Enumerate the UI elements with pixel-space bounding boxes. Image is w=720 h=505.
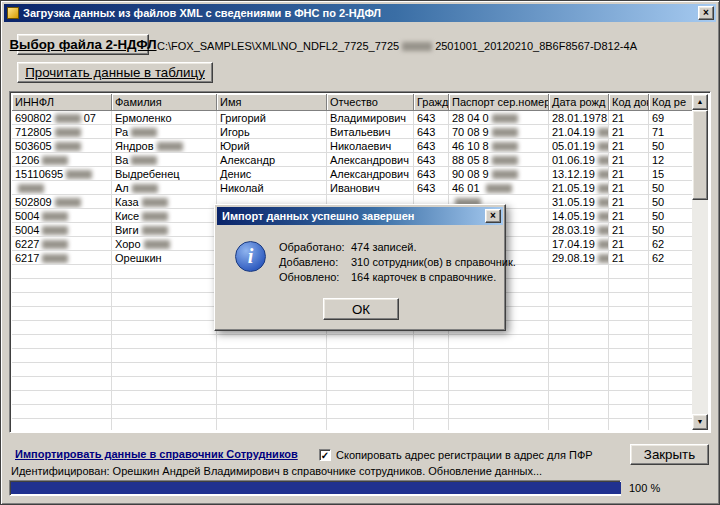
table-cell: 21 <box>609 195 649 209</box>
table-row[interactable]: 503605ЯндровЮрийНиколаевич64346 10 805.0… <box>12 139 692 153</box>
scrollbar-track[interactable] <box>692 200 708 414</box>
table-cell: 21 <box>609 181 649 195</box>
table-cell: 643 <box>414 111 449 125</box>
table-cell: 12 <box>649 153 692 167</box>
column-header[interactable]: ИННФЛ <box>12 94 112 111</box>
table-cell: 69080207 <box>12 111 112 125</box>
table-cell: 05.01.19 <box>549 139 609 153</box>
table-cell <box>549 349 609 363</box>
table-cell: Григорий <box>217 111 327 125</box>
table-cell <box>12 321 112 335</box>
dialog-close-icon[interactable]: × <box>485 209 501 223</box>
table-cell: Витальевич <box>327 125 414 139</box>
table-cell <box>414 419 449 430</box>
table-cell <box>609 265 649 279</box>
table-row[interactable] <box>12 363 692 377</box>
table-cell <box>12 335 112 349</box>
table-cell <box>414 349 449 363</box>
column-header[interactable]: Паспорт сер.номер <box>449 94 549 111</box>
table-cell: Кисе <box>112 209 217 223</box>
table-cell: 46 10 8 <box>449 139 549 153</box>
table-cell: Денис <box>217 167 327 181</box>
copy-address-checkbox-label: Скопировать адрес регистрации в адрес дл… <box>336 449 593 461</box>
table-cell: 21 <box>609 237 649 251</box>
redacted-blur <box>492 114 518 123</box>
column-header[interactable]: Дата рожд <box>549 94 609 111</box>
table-cell: Ра <box>112 125 217 139</box>
ok-button[interactable]: ОК <box>323 298 399 320</box>
table-row[interactable] <box>12 405 692 419</box>
table-cell: 50 <box>649 139 692 153</box>
table-row[interactable]: 1206ВаАлександрАлександрович64388 05 801… <box>12 153 692 167</box>
import-to-directory-link[interactable]: Импортировать данные в справочник Сотруд… <box>15 448 298 460</box>
scrollbar-thumb[interactable] <box>692 110 708 200</box>
table-row[interactable] <box>12 391 692 405</box>
redacted-blur <box>598 212 609 221</box>
dialog-line-value: 164 карточек в справочнике. <box>351 271 496 283</box>
redacted-blur <box>598 128 609 137</box>
table-cell <box>12 265 112 279</box>
table-cell <box>549 405 609 419</box>
table-cell: Ва <box>112 153 217 167</box>
copy-address-checkbox[interactable]: ✓ <box>319 449 331 461</box>
table-cell: Яндров <box>112 139 217 153</box>
table-cell: 643 <box>414 167 449 181</box>
table-cell <box>609 391 649 405</box>
select-file-button[interactable]: Выбор файла 2-НДФЛ <box>17 34 149 55</box>
table-cell <box>549 279 609 293</box>
table-row[interactable]: АлНиколайИванович64346 01 21.05.192150 <box>12 181 692 195</box>
column-header[interactable]: Фамилия <box>112 94 217 111</box>
redacted-blur <box>142 212 168 221</box>
table-row[interactable]: 712805РаИгорьВитальевич64370 08 921.04.1… <box>12 125 692 139</box>
table-cell <box>414 363 449 377</box>
redacted-blur <box>55 128 81 137</box>
table-row[interactable] <box>12 419 692 430</box>
table-row[interactable]: 69080207ЕрмоленкоГригорийВладимирович643… <box>12 111 692 125</box>
column-header[interactable]: Имя <box>217 94 327 111</box>
table-cell: Орешкин <box>112 251 217 265</box>
table-cell: 70 08 9 <box>449 125 549 139</box>
table-cell: Выдребенец <box>112 167 217 181</box>
table-cell: 21 <box>609 251 649 265</box>
table-row[interactable]: 15110695ВыдребенецДенисАлександрович6439… <box>12 167 692 181</box>
table-cell: 21 <box>609 125 649 139</box>
scroll-up-icon[interactable]: ▲ <box>692 94 708 110</box>
vertical-scrollbar[interactable]: ▲ ▼ <box>692 94 708 430</box>
table-cell <box>217 377 327 391</box>
table-row[interactable] <box>12 349 692 363</box>
table-cell <box>217 419 327 430</box>
table-cell <box>549 293 609 307</box>
column-header[interactable]: Код ре <box>649 94 692 111</box>
scroll-down-icon[interactable]: ▼ <box>692 414 708 430</box>
column-header[interactable]: Гражд <box>414 94 449 111</box>
redacted-blur <box>55 114 81 123</box>
table-cell: 503605 <box>12 139 112 153</box>
close-icon[interactable]: × <box>698 6 714 20</box>
table-row[interactable] <box>12 377 692 391</box>
redacted-blur <box>142 198 168 207</box>
table-cell <box>112 279 217 293</box>
table-cell <box>609 279 649 293</box>
table-cell: 50 <box>649 181 692 195</box>
dialog-title-bar[interactable]: Импорт данных успешно завершен × <box>217 207 503 225</box>
redacted-blur <box>42 226 68 235</box>
redacted-blur <box>18 184 44 193</box>
title-bar[interactable]: Загрузка данных из файлов XML с сведения… <box>4 4 716 22</box>
redacted-blur <box>66 170 92 179</box>
dialog-line: Обновлено:164 карточек в справочнике. <box>279 271 516 286</box>
table-row[interactable] <box>12 335 692 349</box>
redacted-blur <box>42 240 68 249</box>
table-cell: 13.12.19 <box>549 167 609 181</box>
column-header[interactable]: Код док <box>609 94 649 111</box>
redacted-blur <box>55 198 81 207</box>
table-cell: 5004 <box>12 209 112 223</box>
read-to-table-button[interactable]: Прочитать данные в таблицу <box>17 62 213 83</box>
table-cell: 643 <box>414 139 449 153</box>
table-cell <box>217 391 327 405</box>
column-header[interactable]: Отчество <box>327 94 414 111</box>
table-cell <box>449 391 549 405</box>
table-cell <box>12 349 112 363</box>
table-cell: 90 08 9 <box>449 167 549 181</box>
close-button[interactable]: Закрыть <box>630 444 709 465</box>
table-header-row: ИННФЛФамилияИмяОтчествоГраждПаспорт сер.… <box>12 94 692 111</box>
